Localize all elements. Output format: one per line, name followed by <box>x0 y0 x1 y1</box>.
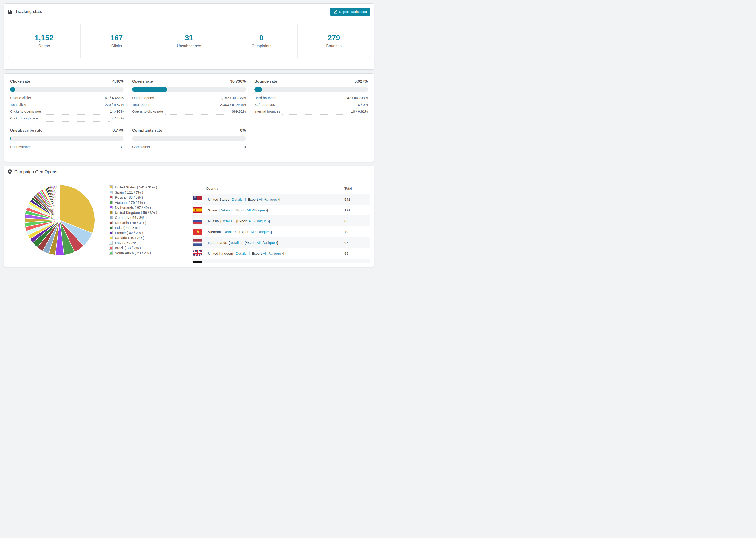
export-all-link[interactable]: All › <box>259 197 265 201</box>
export-unique-link[interactable]: Unique › <box>266 197 279 201</box>
export-unique-link[interactable]: Unique › <box>255 219 269 223</box>
legend-swatch <box>109 216 113 219</box>
rate-value: 30.736% <box>230 79 246 83</box>
stat-value: 279 <box>328 34 340 42</box>
rate-row-value: 14.497% <box>110 109 124 113</box>
legend-swatch <box>109 190 113 194</box>
rate-row-label: Clicks to opens rate <box>10 109 41 113</box>
rate-row-value: 689.82% <box>232 109 246 113</box>
legend-item-russia[interactable]: Russia ( 86 / 5% ) <box>109 195 187 199</box>
rate-row-label: Complaints <box>132 145 150 149</box>
legend-item-netherlands[interactable]: Netherlands ( 67 / 4% ) <box>109 206 187 209</box>
export-all-link[interactable]: All › <box>247 208 253 212</box>
legend-label: United States ( 541 / 31% ) <box>115 186 157 189</box>
total-cell: 59 <box>345 251 370 255</box>
export-button-label: Export basic stats <box>339 10 367 14</box>
country-cell: Netherlands[Details ›] [Export: All › / … <box>192 240 345 245</box>
export-unique-link[interactable]: Unique › <box>257 230 271 234</box>
legend-label: South Africa ( 29 / 2% ) <box>115 251 151 255</box>
export-all-link[interactable]: All › <box>263 251 269 255</box>
geo-legend: United States ( 541 / 31% )Spain ( 121 /… <box>109 186 187 263</box>
progress-bar-clicks <box>10 87 124 92</box>
legend-label: Italy ( 36 / 2% ) <box>115 241 138 244</box>
legend-item-vietnam[interactable]: Vietnam ( 79 / 5% ) <box>109 201 187 204</box>
country-cell: Russia[Details ›] [Export: All › / Uniqu… <box>192 218 345 224</box>
geo-table-rows: United States[Details ›] [Export: All › … <box>192 194 370 263</box>
export-unique-link[interactable]: Unique › <box>259 262 273 263</box>
total-cell: 79 <box>345 230 370 234</box>
flag-icon-de <box>193 261 202 263</box>
dotted-leader <box>165 114 230 115</box>
export-unique-link[interactable]: Unique › <box>270 251 283 255</box>
legend-item-romania[interactable]: Romania ( 49 / 3% ) <box>109 221 187 224</box>
legend-label: Romania ( 49 / 3% ) <box>115 221 146 224</box>
stat-unsubscribes: 31Unsubscribes <box>153 24 225 58</box>
rate-row-label: Hard bounces <box>254 96 276 100</box>
legend-item-spain[interactable]: Spain ( 121 / 7% ) <box>109 190 187 194</box>
legend-item-france[interactable]: France ( 42 / 2% ) <box>109 231 187 235</box>
legend-swatch <box>109 221 113 224</box>
rate-row: Unique clicks167 / 4.456% <box>10 96 124 103</box>
total-cell: 541 <box>345 197 370 201</box>
legend-item-united-kingdom[interactable]: United Kingdom ( 59 / 3% ) <box>109 211 187 214</box>
legend-item-canada[interactable]: Canada ( 40 / 2% ) <box>109 236 187 240</box>
rate-row: Unsubscribes31 <box>10 145 124 152</box>
legend-item-south-africa[interactable]: South Africa ( 29 / 2% ) <box>109 251 187 255</box>
details-link[interactable]: Details › <box>220 208 233 212</box>
details-link[interactable]: Details › <box>224 230 237 234</box>
legend-item-germany[interactable]: Germany ( 55 / 3% ) <box>109 216 187 219</box>
progress-fill <box>10 87 15 92</box>
export-all-link[interactable]: All › <box>257 241 263 244</box>
legend-item-united-states[interactable]: United States ( 541 / 31% ) <box>109 186 187 189</box>
rates-grid: Clicks rate4.46%Unique clicks167 / 4.456… <box>10 79 368 152</box>
rate-block-bounce: Bounce rate6.927%Hard bounces242 / 86.73… <box>254 79 368 123</box>
column-header-country: Country <box>192 187 345 190</box>
rates-card: Clicks rate4.46%Unique clicks167 / 4.456… <box>4 74 374 162</box>
rate-heading: Unsubscribe rate0.77% <box>10 128 124 133</box>
details-link[interactable]: Details › <box>236 251 249 255</box>
details-link[interactable]: Details › <box>225 262 238 263</box>
export-basic-stats-button[interactable]: Export basic stats <box>330 8 370 16</box>
stat-label: Complaints <box>251 44 271 48</box>
rate-heading: Clicks rate4.46% <box>10 79 124 83</box>
details-link[interactable]: Details › <box>221 219 234 223</box>
stat-value: 31 <box>185 34 193 42</box>
export-all-link[interactable]: All › <box>248 219 254 223</box>
country-name: Russia <box>208 219 219 223</box>
export-all-link[interactable]: All › <box>250 230 257 234</box>
export-unique-link[interactable]: Unique › <box>254 208 267 212</box>
country-cell: United Kingdom[Details ›] [Export: All ›… <box>192 250 345 256</box>
details-link[interactable]: Details › <box>232 197 244 201</box>
legend-item-brazil[interactable]: Brazil ( 33 / 2% ) <box>109 246 187 249</box>
progress-bar-unsubscribe <box>10 136 124 141</box>
legend-item-india[interactable]: India ( 46 / 3% ) <box>109 226 187 229</box>
rate-row-label: Unsubscribes <box>10 145 31 149</box>
dotted-leader <box>29 108 103 108</box>
rate-row-value: 4.147% <box>112 116 124 120</box>
stat-label: Opens <box>38 44 50 48</box>
details-link[interactable]: Details › <box>230 241 243 244</box>
progress-fill <box>10 136 11 141</box>
country-cell: Vietnam[Details ›] [Export: All › / Uniq… <box>192 229 345 235</box>
stat-value: 1,152 <box>35 34 54 42</box>
stat-label: Unsubscribes <box>177 44 201 48</box>
dotted-leader <box>152 150 242 150</box>
flag-icon-nl <box>193 240 202 245</box>
geo-pie-chart[interactable] <box>8 182 109 263</box>
pie-svg[interactable] <box>24 184 95 256</box>
legend-swatch <box>109 246 113 249</box>
rate-title: Complaints rate <box>132 128 162 133</box>
export-unique-link[interactable]: Unique › <box>264 241 277 244</box>
legend-swatch <box>109 226 113 229</box>
rate-value: 0% <box>240 128 246 133</box>
stat-value: 0 <box>259 34 264 42</box>
flag-icon-us <box>193 196 202 202</box>
export-all-link[interactable]: All › <box>252 262 258 263</box>
legend-item-italy[interactable]: Italy ( 36 / 2% ) <box>109 241 187 244</box>
rate-row: Click through rate4.147% <box>10 116 124 123</box>
rate-row-label: Unique clicks <box>10 96 31 100</box>
total-cell: 86 <box>345 219 370 223</box>
legend-swatch <box>109 241 113 244</box>
rate-row: Clicks to opens rate14.497% <box>10 109 124 116</box>
flag-icon-gb <box>193 250 202 256</box>
